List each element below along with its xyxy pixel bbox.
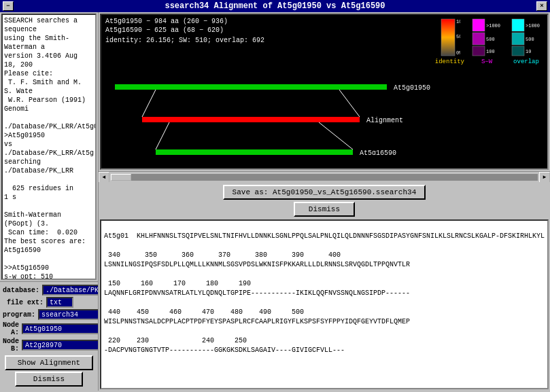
identity-label: identity: 26.156; SW: 510; overlap: 692 [105,37,264,44]
bottom-dismiss-button[interactable]: Dismiss [15,372,83,387]
right-panel: At5g01950 − 984 aa (260 − 936) At5g16590… [99,12,550,391]
svg-rect-5 [472,33,485,45]
show-alignment-button[interactable]: Show Alignment [5,355,93,370]
seq1-label: At5g01950 − 984 aa (260 − 936) [105,18,264,25]
close-button[interactable]: × [536,1,547,11]
svg-line-20 [156,122,169,149]
svg-rect-12 [512,46,524,56]
scrollbar-thumb[interactable] [111,174,131,181]
identity-legend-label: identity [435,58,464,65]
sw-legend-label: S−W [481,58,492,65]
action-buttons: Save as: At5g01950_vs_At5g16590.ssearch3… [99,182,550,219]
database-row: database: [3,285,95,296]
program-input[interactable] [38,309,99,320]
controls-panel: database: file ext: program: Node A: Nod… [0,281,98,391]
horizontal-scrollbar[interactable]: ◄ ► [99,171,550,182]
svg-rect-10 [512,19,524,31]
svg-rect-0 [441,19,455,56]
database-label: database: [3,287,39,294]
svg-line-21 [319,122,353,149]
window-title: ssearch34 Alignment of At5g01950 vs At5g… [14,1,536,11]
svg-text:100: 100 [486,49,495,54]
identity-legend: 100% 50% 0% identity [435,18,464,65]
svg-text:0%: 0% [456,50,460,56]
node-b-row: Node B: [3,338,95,353]
svg-text:500: 500 [526,37,534,42]
node-b-label: Node B: [3,338,19,353]
overlap-legend-label: overlap [513,58,539,65]
scroll-right-button[interactable]: ► [539,172,550,183]
legend-area: 100% 50% 0% identity [435,18,543,65]
title-bar: − ssearch34 Alignment of At5g01950 vs At… [0,0,550,12]
svg-text:50%: 50% [456,34,460,39]
dismiss-button[interactable]: Dismiss [294,202,355,217]
svg-text:>1000: >1000 [526,23,540,29]
seq2-label: At5g16590 − 625 aa (68 − 620) [105,26,264,34]
diagram-info-row: At5g01950 − 984 aa (260 − 936) At5g16590… [101,15,547,67]
file-ext-label: file ext: [3,299,44,306]
left-panel: SSEARCH searches a sequence using the Sm… [0,12,99,391]
file-ext-input[interactable] [46,297,73,308]
svg-line-17 [142,90,156,117]
sequence-info: At5g01950 − 984 aa (260 − 936) At5g16590… [105,18,264,65]
bar1-label: At5g01950 [394,84,430,92]
node-a-label: Node A: [3,321,19,336]
minimize-button[interactable]: − [3,1,14,11]
overlap-legend: >1000 500 10 overlap [509,18,543,65]
program-row: program: [3,309,95,320]
alignment-diagram: At5g01950 − 984 aa (260 − 936) At5g16590… [100,14,549,170]
bar2-label: Alignment [366,117,403,124]
node-b-input[interactable] [22,340,99,351]
svg-line-18 [339,90,360,117]
alignment-text: At5g01 KHLHFNNNSLTSQIPVELSNLTNIFHVLLDNNK… [104,232,545,354]
program-label: program: [3,311,35,319]
svg-text:10: 10 [526,49,531,54]
alignment-svg: At5g01950 Alignment At5g16 [101,67,547,155]
bar3-label: At5g16590 [360,149,396,155]
scrollbar-track[interactable] [111,174,538,181]
file-ext-row: file ext: [3,297,95,308]
node-a-row: Node A: [3,321,95,336]
window-frame: − ssearch34 Alignment of At5g01950 vs At… [0,0,550,391]
svg-rect-6 [472,46,485,56]
svg-text:100%: 100% [456,19,460,24]
svg-rect-4 [472,19,485,31]
database-input[interactable] [42,285,99,296]
scroll-left-button[interactable]: ◄ [99,172,109,183]
svg-rect-11 [512,33,524,45]
svg-text:500: 500 [486,37,495,42]
save-button[interactable]: Save as: At5g01950_vs_At5g16590.ssearch3… [223,185,426,200]
svg-text:>1000: >1000 [486,23,500,29]
node-a-input[interactable] [22,323,99,334]
sw-legend: >1000 500 100 S−W [470,18,504,65]
ssearch-output: SSEARCH searches a sequence using the Sm… [1,14,97,280]
sequence-alignment-display: At5g01 KHLHFNNNSLTSQIPVELSNLTNIFHVLLDNNK… [100,219,549,389]
